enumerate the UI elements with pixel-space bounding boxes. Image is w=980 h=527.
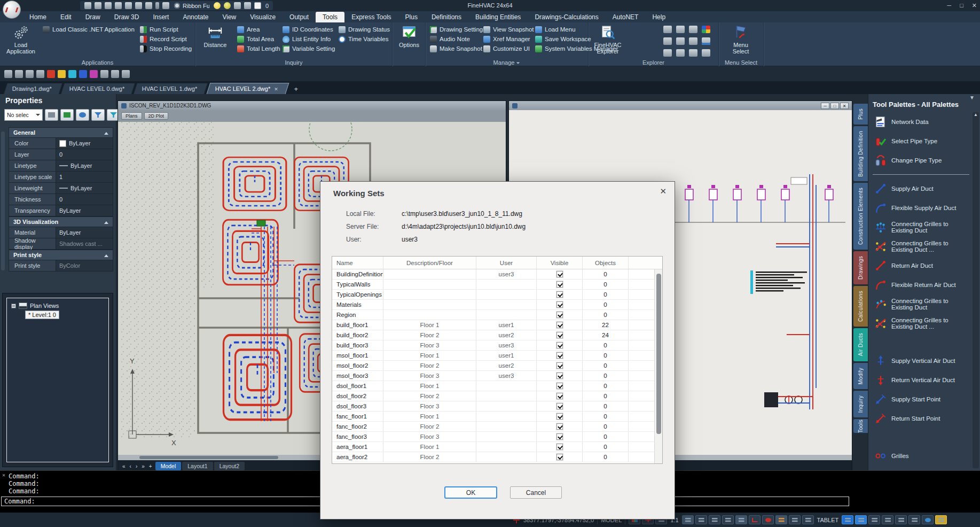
quick-access-icon[interactable] — [234, 2, 241, 9]
visible-checkbox[interactable] — [556, 322, 563, 328]
quick-access-icon[interactable] — [145, 2, 152, 9]
quick-access-icon[interactable] — [214, 2, 221, 9]
window-button[interactable]: ─ — [821, 103, 829, 109]
palette-scrollbar[interactable]: ▲ — [973, 112, 979, 468]
property-row[interactable]: LinetypeByLayer — [9, 160, 113, 172]
drawing-tab[interactable]: HVAC LEVEL 1.dwg* — [134, 83, 208, 94]
side-tab[interactable]: Modify — [853, 363, 868, 389]
menu-tab[interactable]: Tools — [316, 12, 344, 22]
property-row[interactable]: MaterialByLayer — [9, 227, 113, 238]
toolbar-icon[interactable] — [100, 70, 108, 78]
working-set-row[interactable]: build_floor1 Floor 1 user1 22 — [332, 320, 662, 330]
menu-tab[interactable]: Output — [283, 12, 316, 22]
layout-tab[interactable]: Layout1 — [182, 462, 213, 470]
close-icon[interactable]: ✕ — [660, 187, 667, 196]
layout-tab[interactable]: Layout2 — [214, 462, 245, 470]
working-set-row[interactable]: build_floor3 Floor 3 user3 0 — [332, 340, 662, 351]
manage-button[interactable]: View Snapshot — [483, 26, 534, 33]
side-tab[interactable]: Plus — [853, 104, 868, 125]
palette-tool[interactable]: Connecting Grilles to Existing Duct — [871, 294, 971, 314]
properties-tool-icon[interactable] — [91, 109, 105, 121]
working-set-row[interactable]: msol_floor2 Floor 2 user2 0 — [332, 361, 662, 371]
status-toggle-icon[interactable] — [749, 515, 761, 524]
property-row[interactable]: Layer0 — [9, 149, 113, 160]
side-tab[interactable]: Construction Elements — [853, 183, 868, 250]
explorer-tool-icon[interactable] — [702, 37, 710, 45]
visible-checkbox[interactable] — [556, 281, 563, 288]
selection-type-dropdown[interactable]: No selec — [4, 109, 43, 121]
view-button[interactable]: Plans — [121, 112, 142, 120]
visible-checkbox[interactable] — [556, 383, 563, 389]
palette-tool[interactable]: Supply Vertical Air Duct — [871, 351, 971, 370]
palette-tool[interactable]: Connecting Grilles to Existing Duct ... — [871, 237, 971, 256]
visible-checkbox[interactable] — [556, 342, 563, 348]
visible-checkbox[interactable] — [556, 291, 563, 298]
visible-checkbox[interactable] — [556, 312, 563, 318]
menu-tab[interactable]: Building Entities — [468, 12, 528, 22]
layout-tab[interactable]: Model — [155, 462, 182, 470]
menu-tab[interactable]: Insert — [146, 12, 176, 22]
section-header-print-style[interactable]: Print style — [9, 250, 113, 260]
working-set-row[interactable]: TypicalWalls 0 — [332, 280, 662, 290]
visible-checkbox[interactable] — [556, 413, 563, 420]
layout-nav-icon[interactable]: › — [134, 463, 139, 469]
palette-tool[interactable]: Connecting Grilles to Existing Duct — [871, 218, 971, 237]
side-tab[interactable]: Tools — [853, 419, 868, 433]
toolbar-icon[interactable] — [68, 70, 76, 78]
menu-select-button[interactable]: Menu Select — [725, 25, 756, 58]
menu-tab[interactable]: Drawings-Calculations — [528, 12, 605, 22]
status-tool-icon[interactable] — [868, 515, 880, 524]
side-tab[interactable]: Inquiry — [853, 391, 868, 417]
palette-tool[interactable]: Supply Air Duct — [871, 179, 971, 198]
status-toggle-icon[interactable] — [802, 515, 814, 524]
toolbar-icon[interactable] — [122, 70, 130, 78]
quick-access-icon[interactable] — [244, 2, 251, 9]
quick-access-icon[interactable] — [115, 2, 122, 9]
inquiry-button[interactable]: Variable Setting — [283, 45, 335, 52]
quick-access-icon[interactable] — [95, 2, 101, 9]
quick-access-icon[interactable] — [224, 2, 231, 9]
explorer-tool-icon[interactable] — [702, 49, 710, 57]
new-drawing-tab-button[interactable]: + — [291, 84, 302, 94]
inquiry-button[interactable]: Drawing Status — [339, 26, 390, 33]
menu-tab[interactable]: Draw — [79, 12, 107, 22]
palette-tool[interactable]: Return Vertical Air Duct — [871, 370, 971, 390]
quick-access-icon[interactable] — [155, 2, 159, 9]
chevron-down-icon[interactable]: ▼ — [969, 95, 975, 100]
side-tab[interactable]: Drawings — [853, 251, 868, 284]
menu-tab[interactable]: Help — [645, 12, 672, 22]
working-set-row[interactable]: TypicalOpenings 0 — [332, 290, 662, 300]
tablet-toggle[interactable]: TABLET — [817, 517, 839, 523]
menu-tab[interactable]: Draw 3D — [107, 12, 146, 22]
column-header-objects[interactable]: Objects — [583, 257, 629, 269]
palette-tool[interactable]: Connecting Grilles to Existing Duct ... — [871, 314, 971, 333]
palette-tool[interactable]: Select Pipe Type — [871, 131, 971, 151]
window-button[interactable]: □ — [830, 103, 839, 109]
manage-button[interactable]: Audio Note — [430, 35, 486, 43]
drawing-tab[interactable]: Drawing1.dwg* — [4, 83, 63, 94]
explorer-tool-icon[interactable] — [689, 49, 697, 57]
inquiry-button[interactable]: Time Variables — [339, 35, 390, 43]
menu-tab[interactable]: Express Tools — [344, 12, 398, 22]
load-classic-net-button[interactable]: Load Classic .NET Application — [43, 26, 135, 33]
toolbar-icon[interactable] — [58, 70, 66, 78]
distance-button[interactable]: Distance — [200, 25, 231, 58]
properties-scrollbar[interactable] — [1, 131, 5, 270]
visible-checkbox[interactable] — [556, 271, 563, 277]
inquiry-button[interactable]: Total Length — [237, 45, 280, 52]
layout-nav-icon[interactable]: » — [139, 463, 147, 469]
menu-tab[interactable]: Plus — [398, 12, 425, 22]
visible-checkbox[interactable] — [556, 393, 563, 399]
working-set-row[interactable]: Region 0 — [332, 310, 662, 320]
toolbar-icon[interactable] — [79, 70, 87, 78]
window-button[interactable]: ✕ — [840, 103, 849, 109]
script-button[interactable]: Record Script — [140, 35, 192, 43]
scroll-up-icon[interactable]: ▲ — [974, 112, 978, 117]
quick-access-icon[interactable] — [254, 2, 261, 9]
drawing-window-titlebar[interactable]: ISCON_REV_K1D1D2K3D1.DWG — [118, 101, 506, 110]
explorer-tool-icon[interactable] — [676, 49, 685, 57]
menu-tab[interactable]: View — [215, 12, 243, 22]
properties-tool-icon[interactable] — [76, 109, 89, 121]
window-button[interactable]: □ — [960, 0, 963, 11]
quick-access-icon[interactable] — [125, 2, 132, 9]
